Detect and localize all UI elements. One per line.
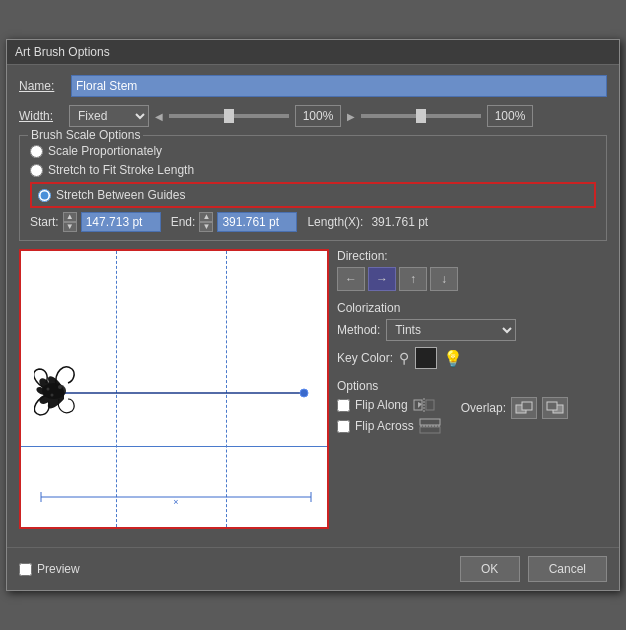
flip-across-icon bbox=[419, 418, 441, 434]
flip-along-row: Flip Along bbox=[337, 397, 441, 413]
dir-up-btn[interactable]: ↑ bbox=[399, 267, 427, 291]
right-panel: Direction: ← → ↑ ↓ Colorization Method: … bbox=[337, 249, 607, 529]
end-up-btn[interactable]: ▲ bbox=[199, 212, 213, 222]
options-right: Overlap: bbox=[461, 397, 568, 439]
lower-area: × Direction: ← → ↑ ↓ bbox=[19, 249, 607, 529]
floral-svg bbox=[34, 341, 314, 441]
flip-along-label: Flip Along bbox=[355, 398, 408, 412]
brush-scale-label: Brush Scale Options bbox=[28, 128, 143, 142]
flip-across-label: Flip Across bbox=[355, 419, 414, 433]
svg-rect-19 bbox=[547, 402, 557, 410]
svg-rect-17 bbox=[522, 402, 532, 410]
options-section: Options Flip Along bbox=[337, 379, 607, 439]
radio-stretch-guides-label: Stretch Between Guides bbox=[56, 188, 185, 202]
ok-button[interactable]: OK bbox=[460, 556, 520, 582]
start-label: Start: bbox=[30, 215, 59, 229]
svg-rect-14 bbox=[420, 427, 440, 433]
eyedropper-icon[interactable]: ⚲ bbox=[399, 350, 409, 366]
preview-label: Preview bbox=[37, 562, 80, 576]
length-label: Length(X): bbox=[307, 215, 363, 229]
keycolor-row: Key Color: ⚲ 💡 bbox=[337, 347, 607, 369]
svg-rect-13 bbox=[420, 419, 440, 425]
direction-section: Direction: ← → ↑ ↓ bbox=[337, 249, 607, 291]
name-input[interactable] bbox=[71, 75, 607, 97]
radio-stretch-guides[interactable] bbox=[38, 189, 51, 202]
end-spinner: ▲ ▼ bbox=[199, 212, 213, 232]
start-spinner: ▲ ▼ bbox=[63, 212, 77, 232]
dir-down-btn[interactable]: ↓ bbox=[430, 267, 458, 291]
flip-across-row: Flip Across bbox=[337, 418, 441, 434]
brush-scale-group: Brush Scale Options Scale Proportionatel… bbox=[19, 135, 607, 241]
width-label: Width: bbox=[19, 109, 63, 123]
width-slider2[interactable] bbox=[361, 114, 481, 118]
direction-buttons: ← → ↑ ↓ bbox=[337, 267, 607, 291]
overlap-btn1[interactable] bbox=[511, 397, 537, 419]
flip-along-checkbox[interactable] bbox=[337, 399, 350, 412]
dir-right-btn[interactable]: → bbox=[368, 267, 396, 291]
bottom-bar: Preview OK Cancel bbox=[7, 547, 619, 590]
radio-stretch-guides-row: Stretch Between Guides bbox=[38, 188, 185, 202]
radio-stretch-fit-label: Stretch to Fit Stroke Length bbox=[48, 163, 194, 177]
overlap-row: Overlap: bbox=[461, 397, 568, 419]
radio-scale-label: Scale Proportionately bbox=[48, 144, 162, 158]
method-row: Method: Tints None Tints and Shades Hue … bbox=[337, 319, 607, 341]
cancel-button[interactable]: Cancel bbox=[528, 556, 607, 582]
preview-checkbox[interactable] bbox=[19, 563, 32, 576]
left-arrow-icon: ◀ bbox=[155, 111, 163, 122]
colorization-section: Colorization Method: Tints None Tints an… bbox=[337, 301, 607, 369]
radio-scale-row: Scale Proportionately bbox=[30, 144, 596, 158]
radio-stretch-row: Stretch to Fit Stroke Length bbox=[30, 163, 596, 177]
keycolor-label: Key Color: bbox=[337, 351, 393, 365]
flip-across-checkbox[interactable] bbox=[337, 420, 350, 433]
flip-along-icon bbox=[413, 397, 435, 413]
light-icon[interactable]: 💡 bbox=[443, 349, 463, 368]
overlap-icon2 bbox=[546, 400, 564, 416]
svg-point-4 bbox=[51, 394, 54, 397]
width-select[interactable]: Fixed bbox=[69, 105, 149, 127]
btn-row: OK Cancel bbox=[460, 556, 607, 582]
measure-svg: × bbox=[31, 487, 321, 507]
start-up-btn[interactable]: ▲ bbox=[63, 212, 77, 222]
width-pct1-input[interactable] bbox=[295, 105, 341, 127]
colorization-label: Colorization bbox=[337, 301, 607, 315]
start-end-row: Start: ▲ ▼ End: ▲ ▼ Length(X): 391.761 p… bbox=[30, 212, 596, 232]
preview-box: × bbox=[19, 249, 329, 529]
overlap-label: Overlap: bbox=[461, 401, 506, 415]
method-label: Method: bbox=[337, 323, 380, 337]
overlap-icon1 bbox=[515, 400, 533, 416]
radio-stretch-fit[interactable] bbox=[30, 164, 43, 177]
length-value: 391.761 pt bbox=[371, 215, 428, 229]
svg-rect-11 bbox=[426, 400, 434, 410]
svg-point-3 bbox=[47, 388, 50, 391]
width-slider1[interactable] bbox=[169, 114, 289, 118]
svg-point-2 bbox=[58, 385, 62, 389]
svg-text:×: × bbox=[173, 497, 178, 507]
end-down-btn[interactable]: ▼ bbox=[199, 222, 213, 232]
start-down-btn[interactable]: ▼ bbox=[63, 222, 77, 232]
start-input[interactable] bbox=[81, 212, 161, 232]
preview-checkbox-row: Preview bbox=[19, 562, 80, 576]
right-arrow-icon: ▶ bbox=[347, 111, 355, 122]
options-two-col: Flip Along Flip Across bbox=[337, 397, 607, 439]
preview-canvas: × bbox=[21, 251, 327, 527]
overlap-btn2[interactable] bbox=[542, 397, 568, 419]
options-left: Flip Along Flip Across bbox=[337, 397, 441, 439]
dir-left-btn[interactable]: ← bbox=[337, 267, 365, 291]
stretch-guides-box: Stretch Between Guides bbox=[30, 182, 596, 208]
dialog-content: Name: Width: Fixed ◀ ▶ Brush Scale Optio… bbox=[7, 65, 619, 547]
options-label: Options bbox=[337, 379, 607, 393]
svg-point-1 bbox=[42, 383, 66, 399]
guide-h1 bbox=[21, 446, 327, 447]
key-color-swatch[interactable] bbox=[415, 347, 437, 369]
name-row: Name: bbox=[19, 75, 607, 97]
width-row: Width: Fixed ◀ ▶ bbox=[19, 105, 607, 127]
name-label: Name: bbox=[19, 79, 71, 93]
dialog-title: Art Brush Options bbox=[15, 45, 110, 59]
end-label: End: bbox=[171, 215, 196, 229]
dialog-titlebar: Art Brush Options bbox=[7, 40, 619, 65]
end-input[interactable] bbox=[217, 212, 297, 232]
width-pct2-input[interactable] bbox=[487, 105, 533, 127]
svg-point-5 bbox=[300, 389, 308, 397]
method-select[interactable]: Tints None Tints and Shades Hue Shift bbox=[386, 319, 516, 341]
radio-scale-proportionately[interactable] bbox=[30, 145, 43, 158]
